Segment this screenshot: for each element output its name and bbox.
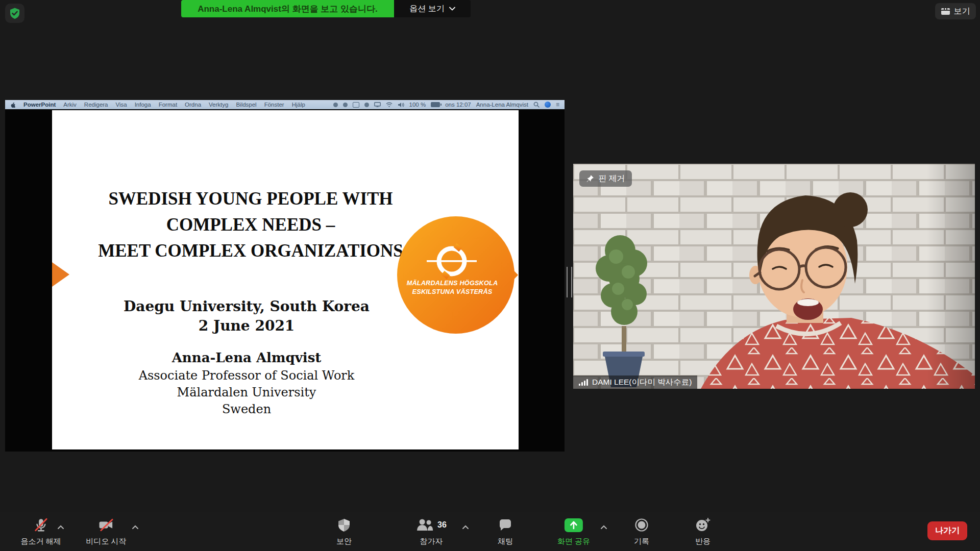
slide-subtitle: Daegu University, South Korea 2 June 202… — [52, 297, 441, 336]
list-icon: ≡ — [556, 101, 559, 108]
banner-text: Anna-Lena Almqvist의 화면을 보고 있습니다. — [198, 3, 378, 15]
camera-off-icon — [98, 517, 114, 533]
view-options-label: 옵션 보기 — [409, 4, 444, 14]
slide-author-country: Sweden — [52, 401, 441, 418]
shared-screen-region[interactable]: PowerPoint Arkiv Redigera Visa Infoga Fo… — [5, 100, 565, 452]
menu-format: Format — [159, 102, 177, 108]
slide-author-block: Anna-Lena Almqvist Associate Professor o… — [52, 348, 441, 418]
share-options-caret[interactable] — [600, 522, 607, 532]
menubar-app-name: PowerPoint — [23, 102, 56, 108]
apple-logo-icon — [10, 102, 16, 108]
status-camera-icon — [333, 103, 338, 107]
zoom-meeting-window: Anna-Lena Almqvist의 화면을 보고 있습니다. 옵션 보기 보… — [0, 0, 980, 551]
shield-check-icon — [9, 7, 21, 19]
remove-pin-button[interactable]: 핀 제거 — [579, 170, 632, 187]
slide-author-name: Anna-Lena Almqvist — [52, 348, 441, 367]
video-scene — [573, 164, 975, 389]
menu-infoga: Infoga — [135, 102, 151, 108]
view-options-button[interactable]: 옵션 보기 — [394, 0, 471, 17]
record-label: 기록 — [634, 537, 649, 546]
participants-icon — [416, 518, 433, 532]
viewing-screen-banner: Anna-Lena Almqvist의 화면을 보고 있습니다. — [181, 0, 394, 17]
mac-menubar: PowerPoint Arkiv Redigera Visa Infoga Fo… — [5, 100, 565, 109]
share-screen-button[interactable]: 화면 공유 — [557, 517, 590, 546]
logo-bubble-shape — [397, 215, 519, 335]
share-screen-icon — [565, 518, 583, 532]
slide-title-line1: SWEDISH YOUNG PEOPLE WITH — [52, 186, 449, 212]
remove-pin-label: 핀 제거 — [598, 173, 625, 184]
volume-icon — [398, 102, 404, 108]
audio-level-icon — [579, 379, 588, 386]
wifi-icon — [386, 102, 393, 107]
unmute-button[interactable]: 음소거 해제 — [20, 517, 61, 546]
logo-text-line2: ESKILSTUNA VÄSTERÅS — [400, 287, 504, 296]
chat-label: 채팅 — [498, 537, 513, 546]
pinned-video-tile[interactable]: 핀 제거 DAMI LEE(이다미 박사수료) — [573, 164, 975, 389]
meeting-toolbar: 음소거 해제 비디오 시작 — [0, 512, 980, 551]
menu-ordna: Ordna — [185, 102, 201, 108]
participants-count: 36 — [437, 520, 447, 530]
slide-title: SWEDISH YOUNG PEOPLE WITH COMPLEX NEEDS … — [52, 186, 449, 264]
slideshow-stage: SWEDISH YOUNG PEOPLE WITH COMPLEX NEEDS … — [5, 109, 565, 452]
search-icon — [533, 102, 540, 108]
menubar-status-area: 100 % ons 12:07 Anna-Lena Almqvist ≡ — [333, 101, 559, 108]
menubar-account-name: Anna-Lena Almqvist — [476, 102, 528, 108]
slide-subtitle-line2: 2 June 2021 — [52, 316, 441, 336]
participants-label: 참가자 — [420, 537, 443, 546]
encryption-badge[interactable] — [5, 4, 24, 23]
panel-resize-handle[interactable] — [567, 267, 572, 297]
slide-author-title: Associate Professor of Social Work — [52, 367, 441, 384]
menu-fonster: Fönster — [264, 102, 284, 108]
menu-visa: Visa — [116, 102, 127, 108]
display-icon — [374, 102, 381, 107]
mic-muted-icon — [33, 517, 48, 533]
menubar-clock: ons 12:07 — [445, 102, 471, 108]
share-screen-label: 화면 공유 — [557, 537, 590, 546]
record-icon — [634, 517, 649, 533]
reactions-label: 반응 — [695, 537, 710, 546]
logo-text-line1: MÄLARDALENS HÖGSKOLA — [400, 279, 504, 287]
status-globe-icon — [343, 103, 348, 107]
chat-bubble-icon — [498, 517, 512, 533]
slide-subtitle-line1: Daegu University, South Korea — [52, 297, 441, 316]
status-teams-icon — [364, 103, 369, 107]
security-label: 보안 — [336, 537, 352, 546]
video-options-caret[interactable] — [132, 522, 139, 532]
participants-caret[interactable] — [462, 522, 469, 532]
status-window-icon — [353, 102, 359, 108]
security-button[interactable]: 보안 — [336, 517, 352, 546]
record-button[interactable]: 기록 — [634, 517, 649, 546]
leave-meeting-button[interactable]: 나가기 — [927, 521, 967, 540]
start-video-button[interactable]: 비디오 시작 — [86, 517, 126, 546]
slide-title-line3: MEET COMPLEX ORGANIZATIONS — [52, 238, 449, 264]
unmute-label: 음소거 해제 — [20, 537, 61, 546]
security-shield-icon — [337, 517, 351, 533]
reactions-button[interactable]: 반응 — [695, 517, 710, 546]
start-video-label: 비디오 시작 — [86, 537, 126, 546]
presentation-slide: SWEDISH YOUNG PEOPLE WITH COMPLEX NEEDS … — [52, 110, 519, 449]
reactions-smiley-icon — [695, 517, 710, 533]
chat-button[interactable]: 채팅 — [498, 517, 513, 546]
battery-percent: 100 % — [409, 102, 426, 108]
menu-bildspel: Bildspel — [236, 102, 256, 108]
battery-icon — [431, 102, 440, 107]
audio-options-caret[interactable] — [57, 522, 64, 532]
malardalen-university-logo: MÄLARDALENS HÖGSKOLA ESKILSTUNA VÄSTERÅS — [397, 215, 519, 335]
view-layout-button[interactable]: 보기 — [935, 3, 976, 19]
pushpin-icon — [586, 174, 594, 183]
participant-name-tag: DAMI LEE(이다미 박사수료) — [573, 375, 697, 389]
layout-grid-icon — [941, 8, 950, 15]
slide-title-line2: COMPLEX NEEDS – — [52, 212, 449, 238]
menu-arkiv: Arkiv — [63, 102, 77, 108]
menu-redigera: Redigera — [84, 102, 108, 108]
slide-arrow-decoration — [52, 262, 69, 287]
view-layout-label: 보기 — [954, 6, 970, 17]
menu-hjalp: Hjälp — [292, 102, 305, 108]
chevron-down-icon — [449, 7, 455, 11]
menu-verktyg: Verktyg — [209, 102, 228, 108]
participant-name: DAMI LEE(이다미 박사수료) — [592, 377, 692, 388]
participants-button[interactable]: 36 참가자 — [416, 517, 447, 546]
slide-author-university: Mälardalen University — [52, 384, 441, 401]
assistant-icon — [545, 102, 551, 108]
